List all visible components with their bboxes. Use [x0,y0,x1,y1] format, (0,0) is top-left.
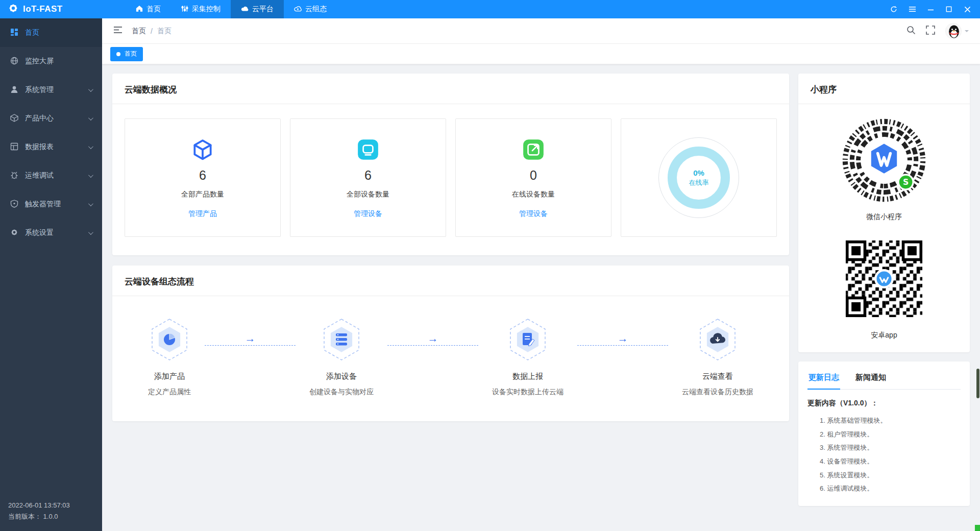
tab-bar: 首页 [102,44,980,64]
sidebar-item-system-management[interactable]: 系统管理 [0,76,102,104]
fullscreen-icon[interactable] [926,26,935,37]
miniprogram-card: 小程序 [798,74,970,352]
sidebar-collapse-icon[interactable] [113,26,122,36]
device-flow-card: 云端设备组态流程 [112,266,789,421]
add-device-icon [322,318,361,364]
dashed-connector [205,345,295,346]
flow-step-desc: 云端查看设备历史数据 [682,388,753,397]
sidebar-item-product-center[interactable]: 产品中心 [0,104,102,133]
data-report-icon [508,318,548,364]
changelog-item: 4. 设备管理模块。 [820,455,961,469]
sidebar-item-data-report[interactable]: 数据报表 [0,133,102,161]
topnav-home[interactable]: 首页 [126,0,171,18]
app-logo: IoT-FAST [0,3,102,15]
dashboard-icon [10,28,18,38]
breadcrumb-item[interactable]: 首页 [132,27,146,36]
maximize-button[interactable] [941,2,957,16]
donut-outer-ring: 0% 在线率 [658,137,739,218]
product-icon [10,114,18,124]
main-header: 首页 / 首页 [102,18,980,44]
topbar: IoT-FAST 首页 采集控制 [0,0,980,18]
cloud-platform-icon [241,5,249,13]
changelog-item: 6. 运维调试模块。 [820,482,961,496]
top-navigation: 首页 采集控制 云平台 [126,0,337,18]
sidebar: 首页 监控大屏 系统管理 产品中心 [0,18,102,531]
user-menu[interactable] [945,23,969,39]
collect-control-icon [181,5,188,14]
gear-logo-icon [8,3,18,15]
sidebar-item-monitor-screen[interactable]: 监控大屏 [0,47,102,76]
device-icon [356,137,380,162]
scrollbar-thumb[interactable] [976,369,979,398]
topnav-cloud-config[interactable]: 云组态 [284,0,337,18]
refresh-button[interactable] [886,2,901,16]
flow-step-title: 添加设备 [326,372,357,381]
tab-news-notice[interactable]: 新闻通知 [854,368,887,389]
debug-icon [10,171,18,181]
flow-step-title: 添加产品 [154,372,185,381]
flow-arrow: → [378,333,488,346]
chevron-down-icon [88,173,93,178]
chevron-down-icon [88,144,93,149]
chevron-down-icon [88,87,93,92]
flow-step-data-report: 数据上报 设备实时数据上传云端 [492,318,564,397]
manage-devices-link[interactable]: 管理设备 [354,209,382,219]
sidebar-item-ops-debug[interactable]: 运维调试 [0,161,102,190]
changelog-list: 1. 系统基础管理模块。 2. 租户管理模块。 3. 系统管理模块。 4. 设备… [807,414,961,496]
search-icon[interactable] [906,26,916,37]
changelog-item: 5. 系统设置模块。 [820,469,961,482]
sidebar-item-home[interactable]: 首页 [0,18,102,47]
topnav-collect-control[interactable]: 采集控制 [171,0,231,18]
menu-button[interactable] [904,2,920,16]
manage-products-link[interactable]: 管理产品 [188,209,217,219]
minimize-button[interactable] [923,2,938,16]
flow-card-title: 云端设备组态流程 [112,266,789,296]
app-title: IoT-FAST [23,4,63,14]
breadcrumb-separator: / [151,27,153,35]
stat-value: 0 [530,168,537,183]
changelog-item: 2. 租户管理模块。 [820,428,961,442]
cloud-view-icon [698,318,738,364]
flow-step-cloud-view: 云端查看 云端查看设备历史数据 [682,318,753,397]
scrollbar-track[interactable] [976,18,980,531]
settings-gear-icon [10,228,18,238]
arrow-right-icon: → [618,333,628,344]
android-app-label: 安卓app [871,331,897,340]
monitor-screen-icon [10,57,18,66]
manage-devices-link[interactable]: 管理设备 [519,209,548,219]
flow-step-add-product: 添加产品 定义产品属性 [148,318,191,397]
chevron-down-icon [88,230,93,235]
changelog-item: 1. 系统基础管理模块。 [820,414,961,428]
svg-text:S: S [903,177,909,187]
tab-update-log[interactable]: 更新日志 [807,368,840,390]
product-cube-icon [191,137,214,162]
android-app-qr-code [841,236,927,324]
online-rate-percent: 0% [689,168,709,177]
tab-home[interactable]: 首页 [110,47,143,61]
report-icon [10,142,18,152]
wechat-miniprogram-label: 微信小程序 [866,212,902,222]
dashed-connector [387,345,478,346]
avatar[interactable] [945,23,962,39]
stat-value: 6 [199,168,206,183]
arrow-right-icon: → [245,333,256,344]
overview-card-title: 云端数据概况 [112,74,789,104]
tab-active-dot [116,52,120,56]
current-datetime: 2022-06-01 13:57:03 [8,500,70,512]
arrow-right-icon: → [428,333,438,344]
sidebar-item-system-settings[interactable]: 系统设置 [0,219,102,247]
close-button[interactable] [960,2,975,16]
chevron-down-icon [88,115,93,120]
flow-arrow: → [195,333,305,346]
miniprogram-card-title: 小程序 [798,74,970,104]
stat-card-online-devices: 0 在线设备数量 管理设备 [455,118,611,237]
scrollbar-corner [975,525,980,531]
topnav-cloud-platform[interactable]: 云平台 [231,0,284,18]
changelog-item: 3. 系统管理模块。 [820,441,961,455]
stat-label: 在线设备数量 [512,190,555,199]
changelog-heading: 更新内容（V1.0.0）： [807,399,961,408]
sidebar-item-trigger-management[interactable]: 触发器管理 [0,190,102,219]
flow-step-title: 云端查看 [702,372,733,381]
app-window: IoT-FAST 首页 采集控制 [0,0,980,531]
chevron-down-icon [965,30,969,34]
